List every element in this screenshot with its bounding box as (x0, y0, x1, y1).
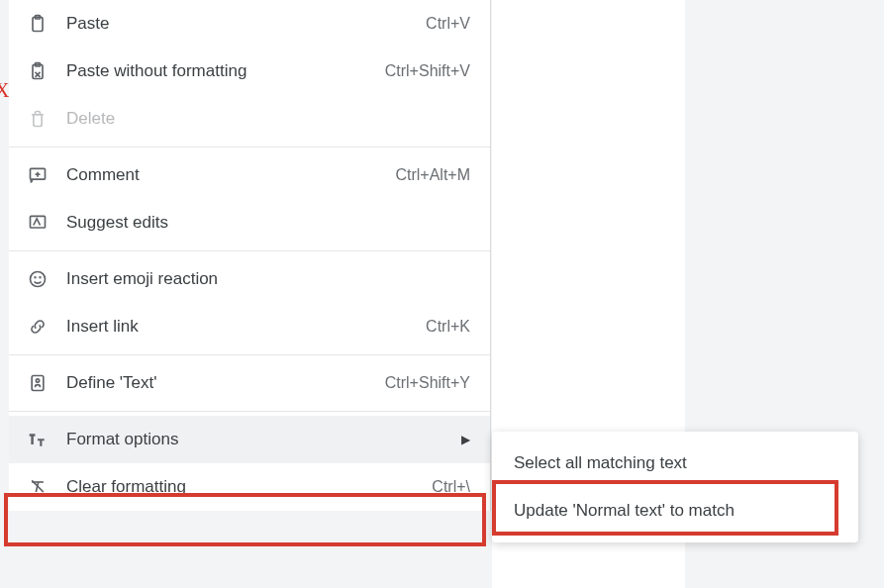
menu-shortcut: Ctrl+Shift+Y (385, 374, 470, 392)
clipboard-x-icon (27, 60, 49, 82)
submenu-label: Update 'Normal text' to match (514, 501, 735, 521)
menu-label: Insert emoji reaction (66, 269, 470, 289)
menu-insert-link[interactable]: Insert link Ctrl+K (9, 303, 490, 350)
emoji-icon (27, 268, 49, 290)
dictionary-icon (27, 372, 49, 394)
svg-point-14 (36, 379, 39, 382)
separator (9, 147, 490, 147)
menu-shortcut: Ctrl+Shift+V (385, 62, 470, 80)
menu-label: Delete (66, 109, 470, 129)
comment-icon (27, 164, 49, 186)
suggest-edits-icon (27, 212, 49, 234)
separator (9, 411, 490, 412)
separator (9, 250, 490, 251)
menu-shortcut: Ctrl+V (426, 15, 470, 33)
context-menu: Paste Ctrl+V Paste without formatting Ct… (9, 0, 491, 511)
format-options-submenu: Select all matching text Update 'Normal … (492, 432, 858, 542)
menu-paste-without-formatting[interactable]: Paste without formatting Ctrl+Shift+V (9, 48, 490, 95)
format-options-icon (27, 429, 49, 450)
menu-format-options[interactable]: Format options ▶ (9, 416, 490, 463)
separator (9, 354, 490, 355)
menu-label: Format options (66, 430, 460, 449)
submenu-update-normal[interactable]: Update 'Normal text' to match (492, 487, 858, 535)
menu-label: Suggest edits (66, 213, 470, 233)
menu-shortcut: Ctrl+\ (432, 478, 470, 496)
svg-point-12 (40, 277, 41, 278)
menu-paste[interactable]: Paste Ctrl+V (9, 0, 490, 48)
menu-label: Paste (66, 14, 426, 34)
menu-label: Comment (66, 165, 395, 185)
submenu-arrow-icon: ▶ (460, 433, 470, 446)
menu-shortcut: Ctrl+K (426, 318, 470, 336)
clipboard-icon (27, 13, 49, 35)
menu-delete: Delete (9, 95, 490, 143)
menu-label: Paste without formatting (66, 61, 385, 81)
clear-formatting-icon (27, 476, 49, 498)
menu-clear-formatting[interactable]: Clear formatting Ctrl+\ (9, 463, 490, 511)
menu-label: Clear formatting (66, 477, 432, 497)
menu-label: Insert link (66, 317, 426, 337)
menu-shortcut: Ctrl+Alt+M (395, 166, 470, 184)
menu-define[interactable]: Define 'Text' Ctrl+Shift+Y (9, 359, 490, 407)
trash-icon (27, 108, 49, 130)
menu-label: Define 'Text' (66, 373, 385, 393)
menu-suggest-edits[interactable]: Suggest edits (9, 199, 490, 246)
link-icon (27, 316, 49, 338)
svg-point-10 (31, 272, 46, 287)
submenu-select-matching[interactable]: Select all matching text (492, 440, 858, 487)
menu-insert-emoji[interactable]: Insert emoji reaction (9, 255, 490, 303)
svg-point-11 (35, 277, 36, 278)
menu-comment[interactable]: Comment Ctrl+Alt+M (9, 151, 490, 199)
submenu-label: Select all matching text (514, 453, 687, 473)
